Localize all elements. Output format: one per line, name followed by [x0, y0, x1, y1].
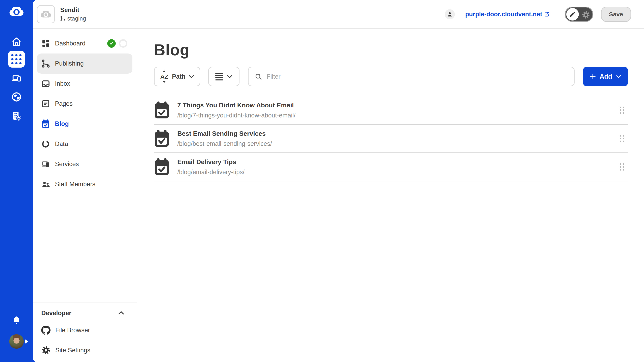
developer-section-title: Developer	[41, 310, 72, 317]
filter-field	[248, 67, 574, 86]
devices-icon[interactable]	[11, 73, 22, 83]
external-link-icon	[544, 11, 550, 17]
site-header[interactable]: Sendit staging	[33, 0, 137, 29]
gear-icon	[41, 346, 50, 355]
developer-section-header[interactable]: Developer	[33, 306, 137, 320]
environment-name: staging	[67, 15, 86, 22]
git-branch-icon	[41, 59, 50, 68]
toggle-knob	[566, 8, 579, 20]
sidebar-item-pages[interactable]: Pages	[33, 94, 137, 114]
people-icon	[41, 180, 50, 189]
laptop-phone-icon	[41, 160, 50, 169]
sidebar-item-data[interactable]: Data	[33, 134, 137, 154]
add-button-label: Add	[600, 73, 612, 80]
globe-icon[interactable]	[11, 92, 22, 102]
collection-toolbar: AZ Path	[154, 67, 628, 86]
post-row[interactable]: 7 Things You Didnt Know About Email /blo…	[154, 96, 628, 125]
post-path: /blog/7-things-you-didnt-know-about-emai…	[177, 112, 296, 119]
organization-settings-icon[interactable]	[11, 111, 22, 121]
sidebar-item-file-browser[interactable]: File Browser	[33, 320, 137, 340]
plus-icon	[590, 73, 596, 80]
main-panel: Sendit staging Dashboard	[33, 0, 644, 362]
sidebar-item-site-settings[interactable]: Site Settings	[33, 340, 137, 361]
drag-handle-icon[interactable]	[620, 163, 624, 171]
post-title: 7 Things You Didnt Know About Email	[177, 102, 296, 109]
post-row[interactable]: Best Email Sending Services /blog/best-e…	[154, 125, 628, 153]
site-name: Sendit	[60, 6, 86, 14]
sidebar-item-label: Pages	[55, 100, 73, 107]
sidebar-item-label: Inbox	[55, 80, 70, 87]
github-icon	[41, 326, 50, 335]
sidebar-item-label: Services	[55, 160, 79, 168]
view-options-button[interactable]	[208, 67, 240, 86]
status-pending-icon	[119, 39, 128, 48]
list-bars-icon	[215, 72, 224, 81]
app-window: Sendit staging Dashboard	[0, 0, 644, 362]
sort-az-icon: AZ	[160, 73, 169, 80]
calendar-check-icon	[41, 119, 50, 128]
apps-grid-dots	[11, 54, 22, 64]
chevron-down-icon	[226, 74, 233, 80]
sort-button[interactable]: AZ Path	[154, 67, 200, 86]
post-list: 7 Things You Didnt Know About Email /blo…	[154, 96, 628, 181]
search-icon	[254, 73, 262, 80]
gear-icon	[582, 11, 590, 19]
sort-field-label: Path	[172, 73, 185, 80]
page-title: Blog	[154, 41, 628, 59]
visitor-avatar[interactable]	[445, 9, 455, 19]
dashboard-icon	[41, 39, 50, 48]
main-area: purple-door.cloudvent.net Sa	[137, 0, 644, 362]
cloudcannon-logo-icon	[9, 6, 24, 17]
post-title: Email Delivery Tips	[177, 158, 244, 166]
user-menu[interactable]	[9, 334, 24, 349]
status-complete-icon	[107, 39, 116, 48]
sidebar-item-inbox[interactable]: Inbox	[33, 74, 137, 94]
post-title: Best Email Sending Services	[177, 130, 272, 137]
site-url-link[interactable]: purple-door.cloudvent.net	[465, 11, 542, 18]
inbox-icon	[41, 79, 50, 88]
pencil-icon	[569, 11, 576, 18]
user-avatar-photo	[9, 334, 24, 349]
git-branch-icon	[60, 16, 66, 21]
app-rail	[0, 0, 33, 362]
calendar-check-icon	[154, 158, 170, 176]
person-icon	[446, 11, 453, 18]
add-button[interactable]: Add	[583, 67, 628, 86]
save-button[interactable]: Save	[601, 7, 631, 22]
sidebar-item-label: Staff Members	[55, 181, 96, 188]
drag-handle-icon[interactable]	[620, 135, 624, 142]
site-sidebar: Sendit staging Dashboard	[33, 0, 137, 362]
data-ring-icon	[41, 140, 50, 148]
post-row[interactable]: Email Delivery Tips /blog/email-delivery…	[154, 153, 628, 181]
sidebar-item-label: Publishing	[55, 60, 84, 67]
collection-view: Blog AZ Path	[137, 29, 644, 362]
filter-input[interactable]	[267, 73, 568, 80]
chevron-up-icon	[118, 310, 124, 317]
sidebar-item-services[interactable]: Services	[33, 154, 137, 174]
developer-section: Developer File Browser	[33, 302, 137, 362]
notifications-bell-icon[interactable]	[12, 316, 21, 325]
chevron-down-icon	[616, 74, 622, 79]
edit-settings-toggle[interactable]	[565, 7, 593, 22]
sidebar-item-label: Blog	[55, 120, 69, 127]
calendar-check-icon	[154, 101, 170, 119]
apps-grid-icon[interactable]	[8, 51, 25, 67]
expand-arrow-icon	[25, 339, 28, 344]
home-icon[interactable]	[11, 37, 22, 47]
topbar: purple-door.cloudvent.net Sa	[137, 0, 644, 29]
sidebar-item-staff-members[interactable]: Staff Members	[33, 174, 137, 194]
drag-handle-icon[interactable]	[620, 107, 624, 114]
sidebar-item-label: Site Settings	[55, 347, 90, 354]
calendar-check-icon	[154, 130, 170, 147]
sidebar-nav: Dashboard Publishing	[33, 29, 137, 194]
chevron-down-icon	[188, 74, 194, 80]
sidebar-item-blog[interactable]: Blog	[33, 114, 137, 134]
site-logo-icon	[37, 5, 55, 23]
sidebar-item-dashboard[interactable]: Dashboard	[33, 33, 137, 53]
sidebar-item-label: Data	[55, 140, 68, 148]
sidebar-item-label: File Browser	[55, 327, 90, 334]
sidebar-item-publishing[interactable]: Publishing	[37, 53, 132, 74]
post-path: /blog/email-delivery-tips/	[177, 169, 244, 176]
post-path: /blog/best-email-sending-services/	[177, 140, 272, 147]
pages-icon	[41, 99, 50, 108]
